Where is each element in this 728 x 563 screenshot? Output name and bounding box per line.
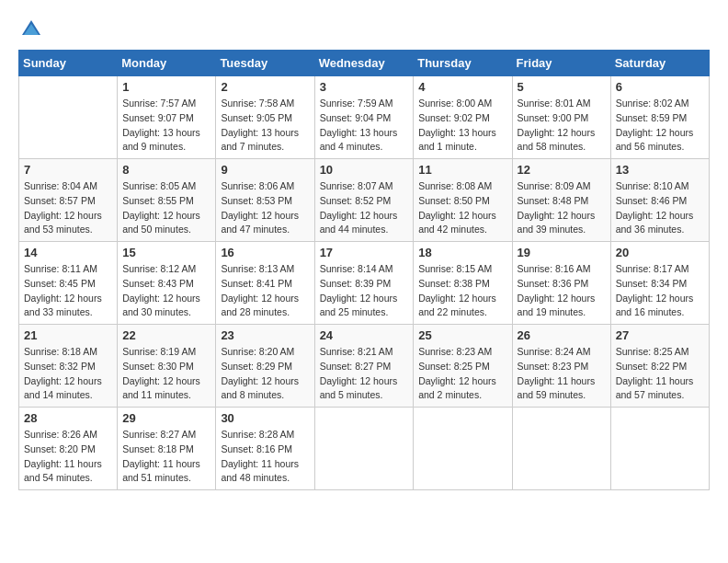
calendar-week-3: 14Sunrise: 8:11 AM Sunset: 8:45 PM Dayli… [19,242,710,325]
day-info: Sunrise: 8:06 AM Sunset: 8:53 PM Dayligh… [221,179,309,237]
calendar-cell: 1Sunrise: 7:57 AM Sunset: 9:07 PM Daylig… [118,76,216,159]
weekday-header-monday: Monday [118,51,216,76]
day-number: 3 [320,80,409,94]
day-number: 16 [221,246,309,259]
calendar-cell [610,408,709,490]
weekday-header-tuesday: Tuesday [216,51,314,76]
calendar-cell [414,408,512,490]
calendar-cell: 3Sunrise: 7:59 AM Sunset: 9:04 PM Daylig… [314,76,414,159]
calendar-cell: 22Sunrise: 8:19 AM Sunset: 8:30 PM Dayli… [118,325,216,408]
day-info: Sunrise: 8:05 AM Sunset: 8:55 PM Dayligh… [122,179,210,237]
weekday-header-thursday: Thursday [414,51,512,76]
calendar-cell: 14Sunrise: 8:11 AM Sunset: 8:45 PM Dayli… [19,242,118,325]
calendar-cell: 4Sunrise: 8:00 AM Sunset: 9:02 PM Daylig… [414,76,512,159]
calendar-cell: 28Sunrise: 8:26 AM Sunset: 8:20 PM Dayli… [19,408,118,490]
calendar-header: SundayMondayTuesdayWednesdayThursdayFrid… [19,51,710,76]
calendar-cell: 11Sunrise: 8:08 AM Sunset: 8:50 PM Dayli… [414,159,512,242]
day-number: 15 [122,246,210,259]
day-info: Sunrise: 8:25 AM Sunset: 8:22 PM Dayligh… [616,345,704,403]
day-number: 4 [418,80,506,94]
calendar-cell: 29Sunrise: 8:27 AM Sunset: 8:18 PM Dayli… [118,408,216,490]
day-info: Sunrise: 8:04 AM Sunset: 8:57 PM Dayligh… [24,179,112,237]
day-number: 5 [518,80,606,94]
calendar-cell: 10Sunrise: 8:07 AM Sunset: 8:52 PM Dayli… [314,159,414,242]
day-info: Sunrise: 8:01 AM Sunset: 9:00 PM Dayligh… [518,97,606,155]
weekday-header-friday: Friday [512,51,610,76]
day-number: 27 [616,328,704,342]
day-number: 24 [320,328,409,342]
day-number: 23 [221,328,309,342]
day-number: 25 [418,328,506,342]
calendar-cell: 17Sunrise: 8:14 AM Sunset: 8:39 PM Dayli… [314,242,414,325]
day-info: Sunrise: 8:17 AM Sunset: 8:34 PM Dayligh… [616,262,704,320]
day-info: Sunrise: 8:20 AM Sunset: 8:29 PM Dayligh… [221,345,309,403]
day-number: 1 [122,80,210,94]
day-number: 14 [24,246,112,259]
day-info: Sunrise: 7:59 AM Sunset: 9:04 PM Dayligh… [320,97,409,155]
day-info: Sunrise: 8:27 AM Sunset: 8:18 PM Dayligh… [122,428,210,486]
calendar-cell: 27Sunrise: 8:25 AM Sunset: 8:22 PM Dayli… [610,325,709,408]
calendar-cell: 18Sunrise: 8:15 AM Sunset: 8:38 PM Dayli… [414,242,512,325]
day-info: Sunrise: 8:21 AM Sunset: 8:27 PM Dayligh… [320,345,409,403]
calendar-table: SundayMondayTuesdayWednesdayThursdayFrid… [18,50,710,490]
calendar-cell: 25Sunrise: 8:23 AM Sunset: 8:25 PM Dayli… [414,325,512,408]
calendar-cell: 7Sunrise: 8:04 AM Sunset: 8:57 PM Daylig… [19,159,118,242]
day-number: 30 [221,411,309,425]
calendar-cell: 2Sunrise: 7:58 AM Sunset: 9:05 PM Daylig… [216,76,314,159]
calendar-cell: 9Sunrise: 8:06 AM Sunset: 8:53 PM Daylig… [216,159,314,242]
page-header [18,18,710,40]
calendar-cell: 6Sunrise: 8:02 AM Sunset: 8:59 PM Daylig… [610,76,709,159]
day-info: Sunrise: 8:10 AM Sunset: 8:46 PM Dayligh… [616,179,704,237]
day-info: Sunrise: 8:16 AM Sunset: 8:36 PM Dayligh… [518,262,606,320]
calendar-cell: 23Sunrise: 8:20 AM Sunset: 8:29 PM Dayli… [216,325,314,408]
day-info: Sunrise: 8:26 AM Sunset: 8:20 PM Dayligh… [24,428,112,486]
day-number: 7 [24,163,112,177]
day-number: 8 [122,163,210,177]
day-info: Sunrise: 8:14 AM Sunset: 8:39 PM Dayligh… [320,262,409,320]
day-info: Sunrise: 8:19 AM Sunset: 8:30 PM Dayligh… [122,345,210,403]
day-number: 22 [122,328,210,342]
day-info: Sunrise: 8:07 AM Sunset: 8:52 PM Dayligh… [320,179,409,237]
day-info: Sunrise: 8:11 AM Sunset: 8:45 PM Dayligh… [24,262,112,320]
calendar-cell: 26Sunrise: 8:24 AM Sunset: 8:23 PM Dayli… [512,325,610,408]
day-number: 12 [518,163,606,177]
day-info: Sunrise: 8:02 AM Sunset: 8:59 PM Dayligh… [616,97,704,155]
day-number: 28 [24,411,112,425]
day-number: 19 [518,246,606,259]
day-info: Sunrise: 8:08 AM Sunset: 8:50 PM Dayligh… [418,179,506,237]
day-number: 18 [418,246,506,259]
day-number: 17 [320,246,409,259]
day-info: Sunrise: 8:15 AM Sunset: 8:38 PM Dayligh… [418,262,506,320]
day-number: 21 [24,328,112,342]
calendar-week-4: 21Sunrise: 8:18 AM Sunset: 8:32 PM Dayli… [19,325,710,408]
day-info: Sunrise: 8:00 AM Sunset: 9:02 PM Dayligh… [418,97,506,155]
day-number: 9 [221,163,309,177]
day-number: 10 [320,163,409,177]
calendar-cell [314,408,414,490]
day-number: 26 [518,328,606,342]
calendar-cell: 24Sunrise: 8:21 AM Sunset: 8:27 PM Dayli… [314,325,414,408]
calendar-cell: 20Sunrise: 8:17 AM Sunset: 8:34 PM Dayli… [610,242,709,325]
day-info: Sunrise: 7:58 AM Sunset: 9:05 PM Dayligh… [221,97,309,155]
day-number: 20 [616,246,704,259]
calendar-cell: 8Sunrise: 8:05 AM Sunset: 8:55 PM Daylig… [118,159,216,242]
day-number: 2 [221,80,309,94]
calendar-cell: 30Sunrise: 8:28 AM Sunset: 8:16 PM Dayli… [216,408,314,490]
day-number: 6 [616,80,704,94]
calendar-cell: 21Sunrise: 8:18 AM Sunset: 8:32 PM Dayli… [19,325,118,408]
calendar-cell: 5Sunrise: 8:01 AM Sunset: 9:00 PM Daylig… [512,76,610,159]
calendar-cell: 16Sunrise: 8:13 AM Sunset: 8:41 PM Dayli… [216,242,314,325]
calendar-cell: 19Sunrise: 8:16 AM Sunset: 8:36 PM Dayli… [512,242,610,325]
day-info: Sunrise: 8:28 AM Sunset: 8:16 PM Dayligh… [221,428,309,486]
calendar-cell [512,408,610,490]
day-info: Sunrise: 8:09 AM Sunset: 8:48 PM Dayligh… [518,179,606,237]
day-info: Sunrise: 7:57 AM Sunset: 9:07 PM Dayligh… [122,97,210,155]
day-number: 13 [616,163,704,177]
day-number: 11 [418,163,506,177]
day-info: Sunrise: 8:12 AM Sunset: 8:43 PM Dayligh… [122,262,210,320]
calendar-cell [19,76,118,159]
day-info: Sunrise: 8:13 AM Sunset: 8:41 PM Dayligh… [221,262,309,320]
day-info: Sunrise: 8:24 AM Sunset: 8:23 PM Dayligh… [518,345,606,403]
day-info: Sunrise: 8:18 AM Sunset: 8:32 PM Dayligh… [24,345,112,403]
calendar-cell: 13Sunrise: 8:10 AM Sunset: 8:46 PM Dayli… [610,159,709,242]
